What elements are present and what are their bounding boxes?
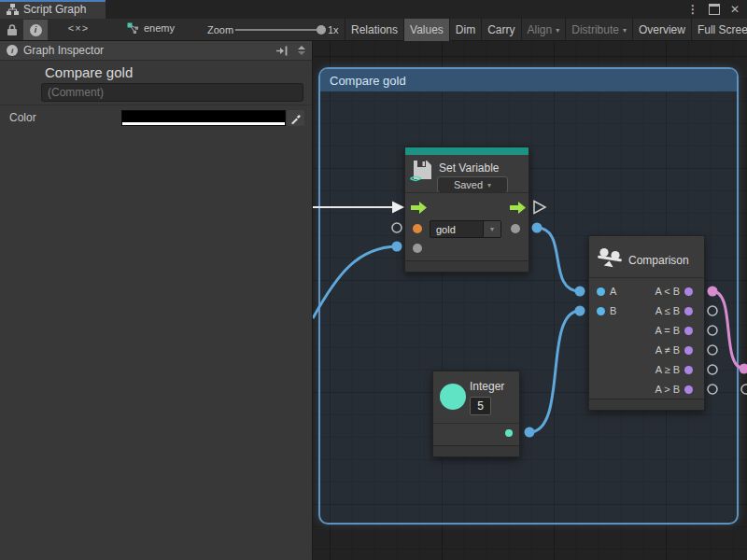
full-screen-button[interactable]: Full Screen: [692, 19, 747, 41]
maximize-icon[interactable]: [709, 4, 720, 15]
output-port-a-eq-b[interactable]: [684, 327, 693, 335]
wire-endpoint: [740, 364, 747, 374]
set-variable-icon: <>: [412, 160, 432, 180]
output-port-a-gte-b[interactable]: [684, 366, 693, 374]
eyedropper-button[interactable]: [287, 110, 304, 126]
node-footer: [433, 445, 519, 456]
dock-panel-icon[interactable]: [275, 46, 289, 56]
output-port-a-less-b[interactable]: [684, 287, 693, 296]
values-button[interactable]: Values: [404, 19, 450, 41]
lock-icon[interactable]: [7, 23, 18, 36]
eyedropper-icon: [290, 113, 302, 124]
output-port-a-neq-b[interactable]: [684, 346, 693, 355]
divider: [589, 277, 704, 278]
script-graph-window: Script Graph ⋮ ✕ i <×> enemy Zoom: [0, 0, 747, 560]
chevron-down-icon[interactable]: ▾: [483, 221, 500, 237]
zoom-label: Zoom: [207, 24, 233, 35]
title-bar: Script Graph ⋮ ✕: [0, 0, 747, 19]
code-view-icon[interactable]: <×>: [62, 22, 95, 34]
output-port-a-gt-b[interactable]: [684, 385, 693, 394]
align-button[interactable]: Align▾: [522, 19, 567, 41]
info-icon: i: [7, 45, 18, 56]
name-input-port[interactable]: [413, 224, 422, 233]
graph-canvas[interactable]: Compare gold <> Set Variable Saved ▾: [313, 41, 747, 560]
input-label: A: [610, 286, 616, 297]
alpha-bar: [122, 122, 285, 125]
graph-title: Compare gold: [45, 64, 133, 80]
integer-icon: [440, 384, 466, 410]
graph-inspector-title: Graph Inspector: [23, 44, 104, 57]
close-icon[interactable]: ✕: [730, 4, 740, 15]
value-output-port[interactable]: [511, 224, 520, 233]
unconnected-port: [741, 385, 747, 394]
breadcrumb[interactable]: enemy: [127, 22, 175, 34]
comparison-row: A A < B: [589, 282, 704, 301]
chevron-down-icon: ▾: [556, 26, 559, 35]
comparison-row: A ≠ B: [589, 341, 704, 360]
node-footer: [589, 399, 704, 410]
variables-icon: <>: [410, 173, 420, 184]
script-graph-icon: [7, 4, 19, 16]
output-label: A ≠ B: [655, 344, 680, 356]
output-label: A ≥ B: [655, 364, 680, 375]
graph-inspector-panel: i Graph Inspector Compare gold Color: [0, 41, 313, 560]
comparison-row: A ≥ B: [589, 360, 704, 380]
integer-value-field[interactable]: 5: [470, 397, 491, 415]
graph-inspector-header: i Graph Inspector: [0, 41, 312, 61]
output-label: A < B: [655, 286, 680, 297]
divider: [433, 423, 519, 424]
carry-button[interactable]: Carry: [482, 19, 521, 41]
variable-name-dropdown[interactable]: gold ▾: [430, 220, 501, 238]
relations-button[interactable]: Relations: [345, 19, 404, 41]
overview-button[interactable]: Overview: [633, 19, 692, 41]
variable-kind-dropdown[interactable]: Saved ▾: [437, 176, 508, 193]
value-input-port[interactable]: [413, 244, 422, 253]
window-menu-icon[interactable]: ⋮: [687, 4, 698, 15]
breadcrumb-graph-name: enemy: [144, 22, 175, 34]
info-icon: i: [30, 24, 42, 36]
graph-toolbar: i <×> enemy Zoom 1x Relations Values Dim…: [0, 19, 747, 41]
variable-kind-strip: [405, 147, 529, 155]
node-footer: [405, 260, 529, 272]
comparison-scale-icon: [597, 244, 623, 270]
active-tab-indicator: [0, 0, 106, 2]
flow-input-port[interactable]: [411, 202, 427, 214]
output-label: A ≤ B: [655, 305, 680, 316]
node-integer[interactable]: Integer 5: [432, 371, 520, 457]
distribute-button[interactable]: Distribute▾: [566, 19, 633, 41]
chevron-down-icon: ▾: [623, 26, 627, 35]
color-swatch[interactable]: [121, 110, 286, 126]
scrub-up-icon: [298, 46, 305, 49]
node-comparison[interactable]: Comparison A A < B B A ≤ B A = B: [588, 235, 705, 411]
comment-input[interactable]: [41, 83, 303, 102]
divider: [0, 105, 312, 105]
flow-output-port[interactable]: [510, 202, 526, 214]
inspector-toggle-button[interactable]: i: [23, 20, 48, 40]
output-label: A > B: [655, 384, 680, 395]
group-header[interactable]: Compare gold: [320, 69, 737, 91]
tab-script-graph[interactable]: Script Graph: [0, 0, 106, 19]
panel-scrubber[interactable]: [298, 46, 305, 55]
input-label: B: [610, 305, 616, 316]
input-port-b[interactable]: [597, 307, 605, 315]
dim-button[interactable]: Dim: [450, 19, 482, 41]
zoom-slider-handle[interactable]: [317, 25, 326, 35]
toolbar-buttons: Relations Values Dim Carry Align▾ Distri…: [345, 19, 747, 41]
node-title: Comparison: [628, 254, 689, 267]
tab-title: Script Graph: [23, 3, 86, 16]
integer-output-port[interactable]: [505, 429, 513, 437]
node-title: Integer: [470, 380, 504, 393]
zoom-value: 1x: [328, 24, 339, 35]
output-port-a-lte-b[interactable]: [684, 307, 693, 315]
input-port-a[interactable]: [597, 287, 605, 296]
color-label: Color: [9, 111, 36, 124]
graph-asset-icon: [127, 22, 139, 34]
chevron-down-icon: ▾: [487, 181, 491, 189]
output-label: A = B: [655, 325, 680, 336]
comparison-row: A = B: [589, 321, 704, 341]
comparison-row: B A ≤ B: [589, 301, 704, 321]
zoom-slider[interactable]: [235, 29, 321, 31]
scrub-down-icon: [298, 51, 305, 55]
node-set-variable[interactable]: <> Set Variable Saved ▾ gold ▾: [404, 147, 529, 273]
node-title: Set Variable: [439, 161, 499, 175]
